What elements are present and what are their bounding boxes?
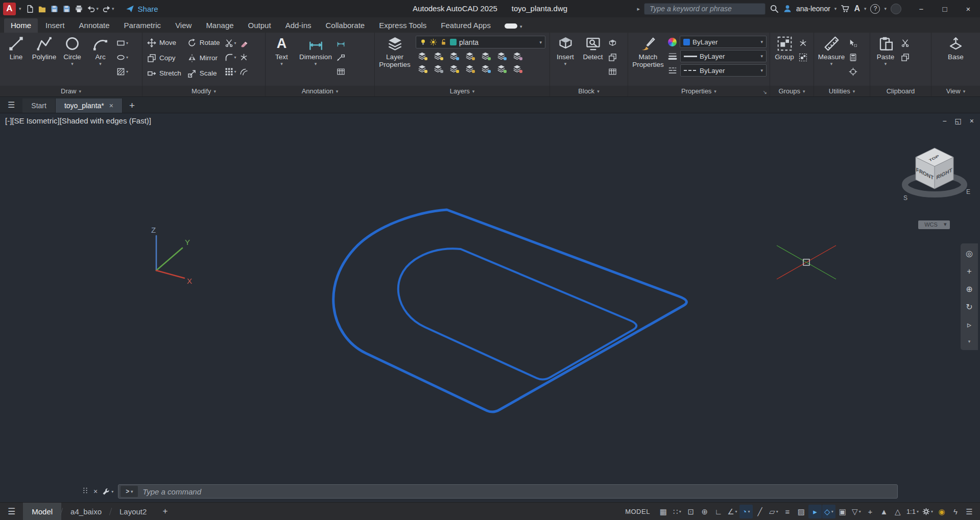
- paste-button[interactable]: Paste ▾: [872, 34, 899, 86]
- layer-merge-icon[interactable]: [496, 63, 507, 74]
- stretch-button[interactable]: Stretch: [145, 66, 184, 80]
- rotate-button[interactable]: Rotate: [185, 36, 223, 49]
- layer-select-dropdown-icon[interactable]: ▾: [539, 40, 542, 45]
- cart-icon[interactable]: [841, 4, 850, 13]
- layer-isolate-icon[interactable]: [433, 51, 443, 61]
- array-dropdown-icon[interactable]: ▾: [234, 69, 236, 74]
- fillet-dropdown-icon[interactable]: ▾: [234, 55, 236, 60]
- move-button[interactable]: Move: [145, 36, 184, 49]
- isodraft-icon[interactable]: ◔▾: [739, 505, 753, 518]
- polar-tracking-dropdown-icon[interactable]: ▾: [735, 509, 737, 514]
- plot-button[interactable]: [74, 3, 84, 15]
- isodraft-dropdown-icon[interactable]: ▾: [748, 509, 750, 514]
- lineweight-dropdown-icon[interactable]: ▾: [760, 54, 763, 59]
- dimension-dropdown-icon[interactable]: ▾: [315, 62, 317, 66]
- copy-button[interactable]: Copy: [145, 51, 184, 65]
- measure-button[interactable]: Measure ▾: [816, 34, 847, 86]
- layout-menu-icon[interactable]: ☰: [0, 506, 23, 517]
- insert-button[interactable]: Insert ▾: [552, 34, 579, 86]
- lineweight-display-icon[interactable]: ≡: [781, 505, 794, 518]
- trim-icon[interactable]: ▾: [224, 37, 237, 49]
- base-button[interactable]: Base: [943, 34, 969, 86]
- quick-select-icon[interactable]: [848, 37, 858, 49]
- dynamic-ucs-icon[interactable]: ▣: [836, 505, 849, 518]
- panel-expand-icon[interactable]: ▾: [853, 89, 855, 94]
- compass-east-label[interactable]: E: [966, 188, 970, 195]
- ungroup-icon[interactable]: [798, 37, 808, 49]
- open-file-button[interactable]: [37, 3, 47, 15]
- circle-button[interactable]: Circle▾: [58, 34, 86, 86]
- view-control[interactable]: [SE Isometric]: [12, 116, 59, 125]
- panel-expand-icon[interactable]: ▾: [803, 89, 805, 94]
- recent-commands-button[interactable]: >▾: [121, 486, 138, 497]
- ribbon-tab-view[interactable]: View: [169, 18, 198, 33]
- help-dropdown-icon[interactable]: ▾: [884, 6, 887, 11]
- panel-expand-icon[interactable]: ▾: [336, 89, 339, 94]
- layer-walk-icon[interactable]: [480, 63, 491, 74]
- dimension-button[interactable]: Dimension ▾: [297, 34, 334, 86]
- circle-dropdown-icon[interactable]: ▾: [71, 62, 74, 66]
- visual-style-control[interactable]: [Shaded with edges (Fast)]: [60, 116, 151, 125]
- layer-select[interactable]: planta ▾: [416, 36, 545, 48]
- ribbon-tab-collaborate[interactable]: Collaborate: [319, 18, 371, 33]
- save-as-button[interactable]: [61, 3, 72, 15]
- panel-expand-icon[interactable]: ▾: [472, 89, 475, 94]
- ortho-mode-icon[interactable]: ∟: [712, 505, 725, 518]
- viewcube[interactable]: S E TOP FRONT RIGHT WCS ▾: [891, 133, 978, 237]
- group-edit-icon[interactable]: [798, 51, 808, 63]
- scale-button[interactable]: Scale: [185, 66, 223, 80]
- panel-expand-icon[interactable]: ▾: [597, 89, 600, 94]
- object-snap-3d-dropdown-icon[interactable]: ▾: [831, 509, 833, 514]
- array-icon[interactable]: ▾: [224, 65, 237, 78]
- layer-freeze-icon[interactable]: [448, 51, 459, 61]
- block-editor-icon[interactable]: [607, 51, 618, 63]
- hatch-icon[interactable]: ▾: [115, 65, 129, 78]
- offset-icon[interactable]: [238, 65, 249, 78]
- drawing-area[interactable]: [-] [SE Isometric] [Shaded with edges (F…: [0, 113, 980, 502]
- wcs-dropdown-icon[interactable]: ▾: [944, 221, 947, 227]
- ribbon-tab-parametric[interactable]: Parametric: [117, 18, 168, 33]
- close-tab-icon[interactable]: ×: [109, 102, 113, 110]
- mirror-button[interactable]: Mirror: [185, 51, 223, 65]
- detect-button[interactable]: Detect: [580, 34, 606, 86]
- layer-on-icon[interactable]: [417, 63, 427, 74]
- panel-label-block[interactable]: Block▾: [550, 86, 628, 96]
- paste-dropdown-icon[interactable]: ▾: [885, 62, 887, 66]
- pan-icon[interactable]: +: [967, 267, 971, 276]
- panel-label-modify[interactable]: Modify▾: [142, 86, 265, 96]
- erase-icon[interactable]: [238, 37, 249, 49]
- panel-label-layers[interactable]: Layers▾: [375, 86, 549, 96]
- linetype-select[interactable]: ByLayer ▾: [680, 64, 767, 77]
- ellipse-dropdown-icon[interactable]: ▾: [126, 55, 128, 60]
- user-avatar-icon[interactable]: [783, 4, 792, 13]
- selection-filtering-icon[interactable]: ▽▾: [850, 505, 863, 518]
- panel-label-draw[interactable]: Draw▾: [0, 86, 142, 96]
- viewport-menu-control[interactable]: [-]: [5, 116, 12, 125]
- arc-button[interactable]: Arc▾: [86, 34, 114, 86]
- new-layout-button[interactable]: +: [155, 506, 175, 516]
- selection-filtering-dropdown-icon[interactable]: ▾: [859, 509, 861, 514]
- fillet-icon[interactable]: ▾: [224, 51, 237, 63]
- orbit-icon[interactable]: ↻: [966, 303, 972, 311]
- redo-button[interactable]: ▾: [101, 3, 115, 15]
- ribbon-tab-home[interactable]: Home: [4, 18, 38, 33]
- object-snap-2d-icon[interactable]: ▱▾: [767, 505, 780, 518]
- file-tab-start[interactable]: Start: [22, 98, 56, 113]
- panel-expand-icon[interactable]: ▾: [963, 89, 966, 94]
- panel-label-groups[interactable]: Groups▾: [770, 86, 814, 96]
- space-indicator[interactable]: MODEL: [625, 508, 650, 515]
- annotation-scale-control[interactable]: 1:1▾: [905, 505, 920, 518]
- minimize-button[interactable]: −: [910, 0, 933, 17]
- customize-dropdown-icon[interactable]: ▾: [111, 489, 113, 494]
- search-icon[interactable]: [770, 4, 779, 13]
- edit-attributes-icon[interactable]: [607, 65, 618, 78]
- cut-clip-icon[interactable]: [900, 37, 911, 49]
- assistant-badge-icon[interactable]: [891, 4, 901, 14]
- line-button[interactable]: Line: [2, 34, 30, 86]
- save-button[interactable]: [49, 3, 60, 15]
- username[interactable]: ana-leonor: [796, 5, 830, 13]
- layer-make-current-icon[interactable]: [480, 51, 491, 61]
- layer-unlock-icon[interactable]: [464, 63, 475, 74]
- panel-expand-icon[interactable]: ▾: [213, 89, 216, 94]
- user-menu-dropdown-icon[interactable]: ▾: [834, 6, 837, 11]
